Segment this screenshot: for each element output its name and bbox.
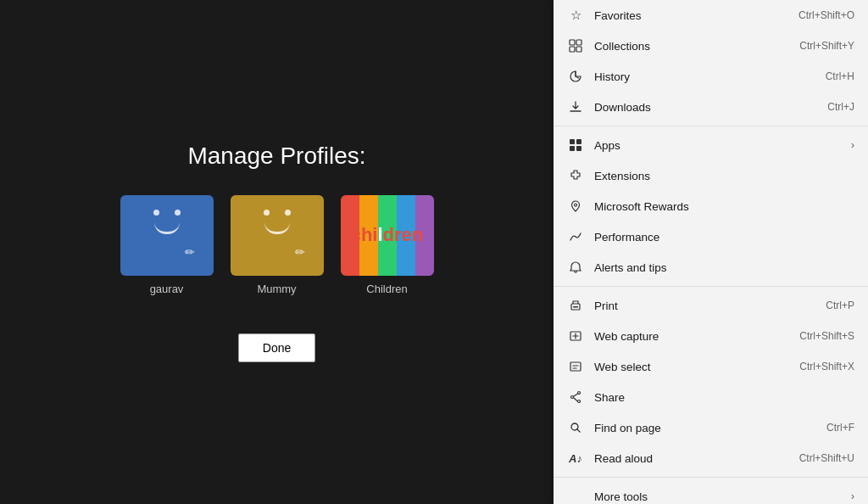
print-shortcut: Ctrl+P: [826, 300, 854, 311]
svg-rect-12: [570, 362, 581, 371]
collections-icon: [567, 37, 584, 54]
menu-item-webselect[interactable]: Web select Ctrl+Shift+X: [554, 351, 868, 382]
share-icon: [567, 389, 584, 406]
children-logo: children: [351, 224, 424, 246]
apps-label: Apps: [594, 139, 844, 152]
menu-item-alerts[interactable]: Alerts and tips: [554, 252, 868, 283]
svg-rect-6: [570, 146, 575, 151]
background-area: Manage Profiles: ✏ gaurav: [0, 0, 554, 504]
done-button[interactable]: Done: [238, 333, 315, 362]
rewards-label: Microsoft Rewards: [594, 200, 854, 213]
context-menu: ☆ Favorites Ctrl+Shift+O Collections Ctr…: [554, 0, 868, 504]
webcapture-shortcut: Ctrl+Shift+S: [799, 330, 854, 342]
performance-icon: [567, 228, 584, 245]
menu-item-collections[interactable]: Collections Ctrl+Shift+Y: [554, 31, 868, 61]
eye-left: [264, 210, 270, 216]
history-label: History: [594, 70, 826, 83]
print-icon: [567, 297, 584, 314]
divider-1: [554, 126, 868, 126]
findonpage-label: Find on page: [594, 422, 826, 434]
menu-item-findonpage[interactable]: Find on page Ctrl+F: [554, 412, 868, 443]
menu-item-apps[interactable]: Apps ›: [554, 130, 868, 160]
alerts-icon: [567, 259, 584, 276]
performance-label: Performance: [594, 231, 854, 244]
menu-item-readaloud[interactable]: A♪ Read aloud Ctrl+Shift+U: [554, 443, 868, 473]
findonpage-shortcut: Ctrl+F: [826, 422, 854, 434]
profile-avatar-children: children: [341, 195, 434, 276]
profile-name-gaurav: gaurav: [150, 283, 184, 295]
favorites-label: Favorites: [594, 9, 798, 22]
svg-rect-3: [576, 47, 581, 52]
alerts-label: Alerts and tips: [594, 261, 854, 274]
eye-right: [285, 210, 291, 216]
extensions-label: Extensions: [594, 170, 854, 182]
profile-name-children: Children: [366, 283, 407, 295]
divider-3: [554, 477, 868, 478]
history-icon: [567, 68, 584, 85]
eye-right: [175, 210, 181, 216]
menu-item-favorites[interactable]: ☆ Favorites Ctrl+Shift+O: [554, 0, 868, 31]
history-shortcut: Ctrl+H: [826, 70, 854, 82]
profile-avatar-gaurav: ✏: [120, 195, 214, 276]
profile-name-mummy: Mummy: [257, 283, 296, 295]
svg-point-15: [578, 400, 581, 403]
webselect-label: Web select: [594, 361, 799, 373]
svg-rect-10: [573, 306, 578, 308]
findonpage-icon: [567, 419, 584, 436]
svg-rect-4: [570, 139, 575, 144]
apps-arrow: ›: [851, 139, 854, 151]
profiles-row: ✏ gaurav ✏ Mummy children: [120, 195, 434, 295]
webselect-icon: [567, 358, 584, 375]
menu-item-moretools[interactable]: More tools ›: [554, 481, 868, 504]
favorites-shortcut: Ctrl+Shift+O: [798, 9, 854, 21]
menu-item-share[interactable]: Share: [554, 382, 868, 412]
profile-gaurav[interactable]: ✏ gaurav: [120, 195, 214, 295]
svg-rect-7: [576, 146, 581, 151]
svg-rect-2: [570, 47, 575, 52]
svg-rect-0: [570, 40, 575, 45]
collections-shortcut: Ctrl+Shift+Y: [799, 40, 854, 52]
downloads-shortcut: Ctrl+J: [827, 101, 854, 113]
webcapture-icon: [567, 328, 584, 344]
profile-mummy[interactable]: ✏ Mummy: [231, 195, 324, 295]
pencil-icon: ✏: [185, 245, 195, 259]
svg-point-8: [575, 204, 577, 206]
svg-rect-5: [576, 139, 581, 144]
menu-item-webcapture[interactable]: Web capture Ctrl+Shift+S: [554, 321, 868, 351]
profile-avatar-mummy: ✏: [231, 195, 324, 276]
share-label: Share: [594, 391, 854, 404]
eye-left: [153, 210, 159, 216]
pencil-icon: ✏: [295, 245, 305, 259]
menu-item-history[interactable]: History Ctrl+H: [554, 61, 868, 92]
apps-icon: [567, 137, 584, 154]
profile-children[interactable]: children Children: [341, 195, 434, 295]
rewards-icon: [567, 198, 584, 215]
webcapture-label: Web capture: [594, 330, 799, 343]
favorites-icon: ☆: [567, 7, 584, 24]
downloads-label: Downloads: [594, 101, 827, 114]
menu-item-extensions[interactable]: Extensions: [554, 160, 868, 191]
svg-rect-1: [576, 40, 581, 45]
divider-2: [554, 286, 868, 287]
downloads-icon: [567, 98, 584, 115]
svg-point-14: [571, 396, 574, 399]
moretools-label: More tools: [594, 490, 844, 503]
menu-item-rewards[interactable]: Microsoft Rewards: [554, 191, 868, 221]
menu-item-print[interactable]: Print Ctrl+P: [554, 290, 868, 321]
webselect-shortcut: Ctrl+Shift+X: [799, 361, 854, 372]
moretools-icon: [567, 488, 584, 504]
collections-label: Collections: [594, 40, 799, 53]
print-label: Print: [594, 300, 826, 312]
svg-point-13: [578, 392, 581, 395]
readaloud-icon: A♪: [567, 450, 584, 467]
smile: [154, 222, 180, 234]
menu-item-downloads[interactable]: Downloads Ctrl+J: [554, 92, 868, 122]
readaloud-label: Read aloud: [594, 452, 799, 465]
moretools-arrow: ›: [851, 490, 854, 502]
smile: [264, 222, 290, 234]
page-title: Manage Profiles:: [187, 143, 365, 170]
extensions-icon: [567, 167, 584, 184]
menu-item-performance[interactable]: Performance: [554, 221, 868, 252]
readaloud-shortcut: Ctrl+Shift+U: [799, 452, 854, 464]
